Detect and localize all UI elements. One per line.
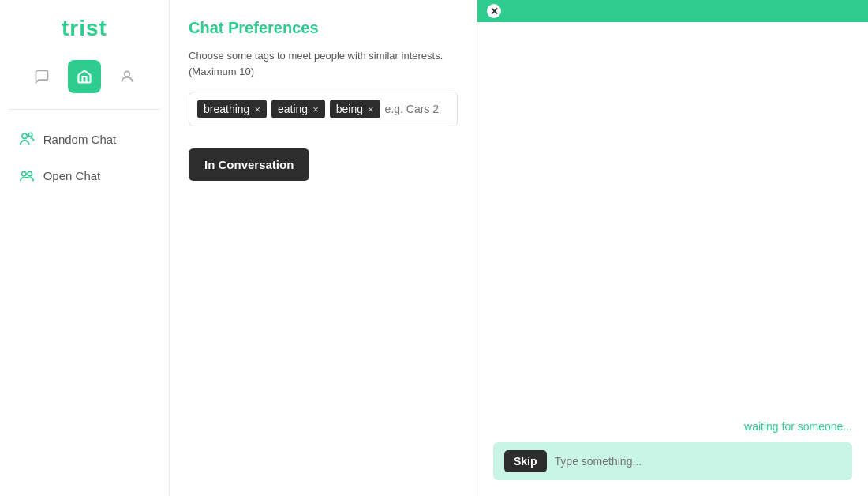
tags-input-area[interactable]: breathing × eating × being ×: [189, 92, 458, 126]
profile-icon: [119, 69, 135, 85]
chat-body: waiting for someone... Skip: [477, 22, 868, 496]
skip-button[interactable]: Skip: [504, 450, 547, 472]
chat-header: ✕: [477, 0, 868, 22]
tag-remove-eating[interactable]: ×: [312, 104, 319, 115]
tag-chip-eating: eating ×: [271, 100, 325, 118]
svg-point-2: [28, 133, 32, 137]
panel-title: Chat Preferences: [189, 19, 458, 37]
in-conversation-button[interactable]: In Conversation: [189, 148, 309, 181]
sidebar: trist: [0, 0, 170, 496]
chat-bubble-icon: [34, 69, 50, 85]
chat-icon-button[interactable]: [25, 60, 58, 93]
tag-text-input[interactable]: [385, 103, 449, 115]
sidebar-item-random-chat[interactable]: Random Chat: [9, 122, 161, 156]
sidebar-item-open-chat[interactable]: Open Chat: [9, 159, 161, 192]
chat-text-input[interactable]: [555, 455, 841, 468]
random-chat-icon: [18, 130, 36, 148]
chat-input-row: Skip: [493, 442, 852, 480]
waiting-status: waiting for someone...: [493, 420, 852, 433]
tag-remove-being[interactable]: ×: [368, 104, 374, 115]
svg-point-4: [28, 171, 32, 176]
home-icon-button[interactable]: [68, 60, 101, 93]
svg-point-3: [21, 171, 25, 176]
svg-point-1: [22, 133, 27, 138]
open-chat-icon: [18, 167, 36, 184]
tag-remove-breathing[interactable]: ×: [254, 104, 260, 115]
close-chat-button[interactable]: ✕: [487, 4, 501, 18]
sidebar-top-icons: [25, 60, 144, 93]
panel-description: Choose some tags to meet people with sim…: [189, 48, 458, 79]
home-icon: [77, 69, 92, 85]
close-icon: ✕: [490, 6, 499, 17]
app-logo: trist: [62, 16, 107, 41]
profile-icon-button[interactable]: [110, 60, 144, 93]
tag-label-breathing: breathing: [204, 103, 249, 115]
chat-panel: ✕ waiting for someone... Skip: [477, 0, 868, 496]
middle-panel: Chat Preferences Choose some tags to mee…: [170, 0, 477, 496]
tag-label-being: being: [336, 103, 363, 115]
tag-label-eating: eating: [278, 103, 308, 115]
sidebar-divider: [9, 109, 161, 110]
tag-chip-breathing: breathing ×: [197, 100, 267, 118]
tag-chip-being: being ×: [330, 100, 380, 118]
svg-point-0: [125, 71, 130, 77]
sidebar-label-open-chat: Open Chat: [43, 169, 101, 182]
sidebar-label-random-chat: Random Chat: [43, 133, 117, 146]
